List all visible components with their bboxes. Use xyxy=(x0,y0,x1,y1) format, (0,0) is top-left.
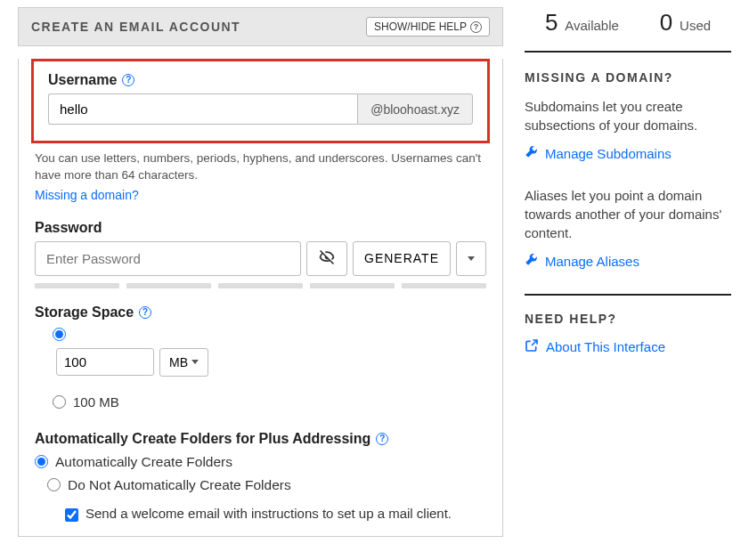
available-label: Available xyxy=(565,18,619,33)
storage-label: Storage Space xyxy=(35,304,134,321)
panel-title: CREATE AN EMAIL ACCOUNT xyxy=(31,20,240,34)
no-auto-create-folders-radio[interactable] xyxy=(47,478,61,491)
panel-body: Username ? @bloohoast.xyz You can use le… xyxy=(18,59,503,537)
password-section: Password GENERATE xyxy=(19,213,502,297)
used-label: Used xyxy=(680,18,711,33)
storage-section: Storage Space ? MB 100 MB xyxy=(19,297,502,424)
help-icon[interactable]: ? xyxy=(122,74,134,86)
about-interface-label: About This Interface xyxy=(546,339,665,354)
aliases-text: Aliases let you point a domain towards a… xyxy=(525,186,731,242)
welcome-email-checkbox[interactable] xyxy=(65,508,78,522)
plus-addressing-section: Automatically Create Folders for Plus Ad… xyxy=(19,424,502,536)
password-strength-meter xyxy=(35,283,486,288)
domain-suffix: @bloohoast.xyz xyxy=(357,93,473,125)
sidebar: 5 Available 0 Used MISSING A DOMAIN? Sub… xyxy=(525,7,731,537)
show-hide-label: SHOW/HIDE HELP xyxy=(374,20,467,33)
used-count-group: 0 Used xyxy=(660,9,711,37)
manage-aliases-link[interactable]: Manage Aliases xyxy=(525,253,731,269)
password-input[interactable] xyxy=(35,241,301,276)
wrench-icon xyxy=(525,145,538,161)
username-label: Username xyxy=(48,72,117,88)
password-label: Password xyxy=(35,220,486,236)
chevron-down-icon xyxy=(191,360,199,364)
need-help-heading: NEED HELP? xyxy=(525,312,731,326)
help-icon[interactable]: ? xyxy=(139,306,151,319)
storage-amount-input[interactable] xyxy=(56,348,154,376)
storage-custom-radio[interactable] xyxy=(53,328,66,341)
subdomains-text: Subdomains let you create subsections of… xyxy=(525,97,731,134)
generate-password-button[interactable]: GENERATE xyxy=(353,241,451,276)
toggle-password-visibility[interactable] xyxy=(306,241,347,276)
chevron-down-icon xyxy=(468,256,475,261)
welcome-email-label: Send a welcome email with instructions t… xyxy=(85,506,452,521)
missing-domain-heading: MISSING A DOMAIN? xyxy=(525,70,731,85)
help-icon[interactable]: ? xyxy=(376,433,388,445)
username-highlight: Username ? @bloohoast.xyz xyxy=(31,59,490,143)
storage-unit-dropdown[interactable]: MB xyxy=(159,348,208,377)
storage-unit-label: MB xyxy=(169,355,188,369)
panel-header: CREATE AN EMAIL ACCOUNT SHOW/HIDE HELP ? xyxy=(18,7,503,46)
username-input[interactable] xyxy=(48,93,357,125)
missing-domain-link-inline[interactable]: Missing a domain? xyxy=(19,186,502,213)
manage-subdomains-label: Manage Subdomains xyxy=(545,146,672,161)
auto-create-folders-radio[interactable] xyxy=(35,455,48,468)
storage-label-row: Storage Space ? xyxy=(35,304,486,321)
auto-create-label: Automatically Create Folders xyxy=(55,454,232,470)
about-interface-link[interactable]: About This Interface xyxy=(525,338,731,355)
plus-addressing-label-row: Automatically Create Folders for Plus Ad… xyxy=(35,431,486,447)
eye-slash-icon xyxy=(318,248,336,269)
storage-preset-label: 100 MB xyxy=(73,394,119,410)
show-hide-help-button[interactable]: SHOW/HIDE HELP ? xyxy=(366,17,490,37)
wrench-icon xyxy=(525,253,538,269)
username-label-row: Username ? xyxy=(48,72,473,88)
available-count-group: 5 Available xyxy=(545,9,619,37)
no-auto-create-label: Do Not Automatically Create Folders xyxy=(68,477,291,493)
storage-preset-radio[interactable] xyxy=(53,395,66,409)
available-count: 5 xyxy=(545,9,558,36)
manage-subdomains-link[interactable]: Manage Subdomains xyxy=(525,145,731,161)
generate-password-dropdown[interactable] xyxy=(456,241,486,276)
username-hint: You can use letters, numbers, periods, h… xyxy=(19,147,502,186)
account-counts: 5 Available 0 Used xyxy=(525,9,731,53)
used-count: 0 xyxy=(660,9,672,36)
plus-addressing-label: Automatically Create Folders for Plus Ad… xyxy=(35,431,370,447)
manage-aliases-label: Manage Aliases xyxy=(545,254,639,269)
help-icon: ? xyxy=(470,21,482,33)
external-link-icon xyxy=(525,338,539,355)
username-group: @bloohoast.xyz xyxy=(48,93,473,125)
